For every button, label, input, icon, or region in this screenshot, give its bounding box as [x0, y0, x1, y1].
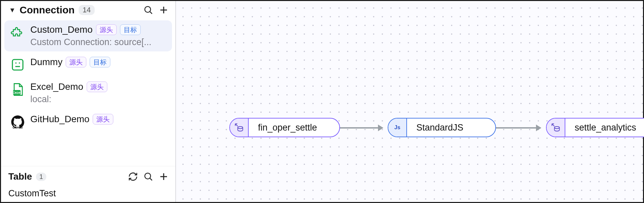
- database-icon: [230, 119, 249, 137]
- node-label: settle_analytics: [565, 119, 644, 137]
- svg-point-15: [238, 127, 243, 129]
- connection-item-dummy[interactable]: Dummy 源头 目标: [4, 53, 172, 76]
- refresh-icon[interactable]: [127, 171, 139, 182]
- connection-subtitle: local:: [30, 94, 167, 105]
- table-list: CustomTest: [1, 185, 175, 202]
- node-standardjs[interactable]: Js StandardJS: [388, 118, 496, 137]
- connection-name: GitHub_Demo: [30, 114, 89, 125]
- pipeline-canvas[interactable]: fin_oper_settle Js StandardJS: [176, 1, 643, 202]
- table-section: Table 1 Cus: [1, 166, 175, 202]
- connection-section-header[interactable]: ▼ Connection 14: [1, 1, 175, 19]
- connection-list: Custom_Demo 源头 目标 Custom Connection: sou…: [1, 19, 175, 166]
- edge-n1-n2: [340, 127, 383, 129]
- connection-subtitle: Custom Connection: source[...: [30, 37, 167, 47]
- table-item[interactable]: CustomTest: [8, 188, 168, 199]
- connection-name: Excel_Demo: [30, 81, 83, 92]
- face-icon: [10, 57, 25, 72]
- node-fin-oper-settle[interactable]: fin_oper_settle: [229, 118, 340, 137]
- node-label: StandardJS: [407, 119, 473, 137]
- connection-name: Custom_Demo: [30, 24, 93, 35]
- connection-item-custom-demo[interactable]: Custom_Demo 源头 目标 Custom Connection: sou…: [4, 20, 172, 51]
- tag-source: 源头: [66, 57, 86, 67]
- svg-point-0: [145, 6, 151, 12]
- tag-source: 源头: [96, 24, 117, 35]
- caret-down-icon[interactable]: ▼: [9, 6, 16, 14]
- add-icon[interactable]: [158, 4, 169, 16]
- tag-source: 源头: [93, 114, 113, 125]
- add-icon[interactable]: [158, 171, 169, 182]
- connection-count-badge: 14: [79, 5, 95, 15]
- app-root: ▼ Connection 14 Custom_D: [0, 0, 644, 203]
- tag-target: 目标: [90, 57, 110, 67]
- github-icon: GitHub: [10, 115, 25, 129]
- svg-rect-4: [12, 59, 23, 70]
- tag-source: 源头: [87, 81, 107, 92]
- excel-icon: Excel: [10, 82, 25, 97]
- search-icon[interactable]: [143, 171, 154, 182]
- svg-line-12: [150, 178, 152, 180]
- tag-target: 目标: [120, 24, 141, 35]
- svg-point-11: [145, 173, 151, 179]
- connection-name: Dummy: [30, 57, 62, 67]
- node-label: fin_oper_settle: [249, 119, 326, 137]
- puzzle-icon: [10, 25, 25, 40]
- search-icon[interactable]: [143, 4, 154, 16]
- database-icon: [547, 119, 565, 137]
- js-icon: Js: [388, 119, 407, 137]
- svg-line-1: [150, 12, 152, 14]
- edge-n2-n3: [496, 127, 541, 129]
- svg-text:Js: Js: [394, 124, 400, 130]
- svg-point-17: [554, 127, 559, 129]
- connection-item-github-demo[interactable]: GitHub GitHub_Demo 源头: [4, 110, 172, 133]
- table-section-header: Table 1: [1, 168, 175, 185]
- connection-section-title: Connection: [20, 4, 75, 16]
- table-count-badge: 1: [36, 173, 46, 181]
- table-section-title: Table: [8, 171, 32, 182]
- svg-text:Excel: Excel: [12, 90, 22, 94]
- svg-text:GitHub: GitHub: [13, 126, 23, 129]
- sidebar: ▼ Connection 14 Custom_D: [1, 1, 176, 202]
- connection-item-excel-demo[interactable]: Excel Excel_Demo 源头 local:: [4, 77, 172, 109]
- node-settle-analytics[interactable]: settle_analytics: [546, 118, 644, 137]
